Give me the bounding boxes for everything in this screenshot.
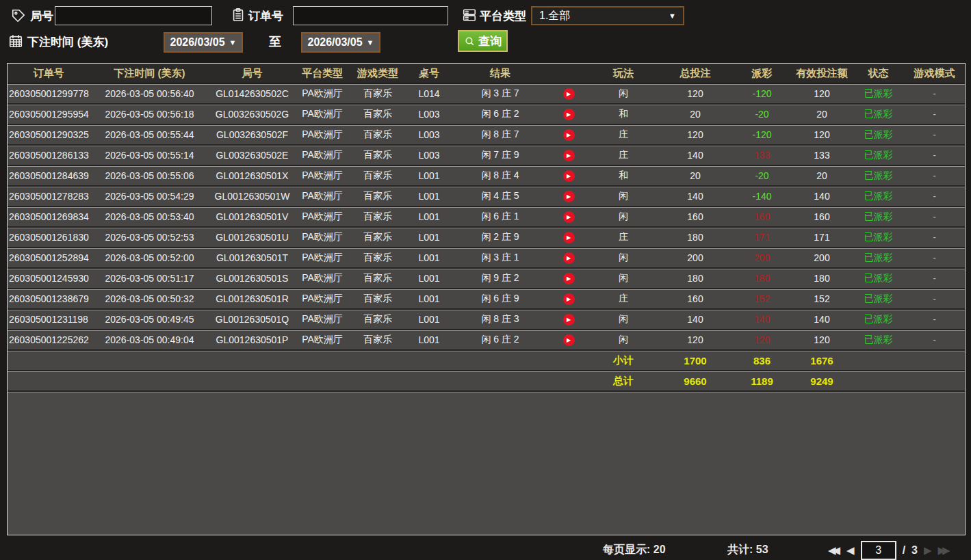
cell-order: 260305001245930 xyxy=(8,269,90,289)
cell-round: GL0142630502C xyxy=(209,84,295,105)
cell-order: 260305001290325 xyxy=(8,125,90,146)
cell-round: GL0012630501W xyxy=(209,187,295,207)
date-from-value: 2026/03/05 xyxy=(170,36,225,49)
cell-valid_bet: 180 xyxy=(791,269,853,289)
per-page-label: 每页显示: 20 xyxy=(603,543,666,557)
cell-valid_bet: 20 xyxy=(791,166,853,187)
col-game-type: 游戏类型 xyxy=(350,64,406,84)
cell-status: 已派彩 xyxy=(853,105,904,125)
cell-time: 2026-03-05 00:54:29 xyxy=(90,187,209,207)
cell-status: 已派彩 xyxy=(853,228,904,248)
cell-round: GL0012630501T xyxy=(209,248,295,269)
col-video xyxy=(548,64,589,84)
play-video-icon[interactable]: ▶ xyxy=(563,273,575,284)
cell-game: 百家乐 xyxy=(350,330,406,351)
play-video-icon[interactable]: ▶ xyxy=(563,88,575,100)
cell-mode: - xyxy=(904,269,965,289)
cell-play: 庄 xyxy=(589,228,658,248)
cell-payout: 133 xyxy=(733,146,791,166)
cell-result: 闲 2 庄 9 xyxy=(452,228,548,248)
platform-type-select[interactable]: 1.全部 ▼ xyxy=(531,6,684,25)
cell-time: 2026-03-05 00:56:40 xyxy=(90,84,209,105)
cell-order: 260305001299778 xyxy=(8,84,90,105)
cell-game: 百家乐 xyxy=(350,248,406,269)
page-number-input[interactable] xyxy=(861,541,896,560)
cell-platform: PA欧洲厅 xyxy=(295,166,350,187)
table-row: 2603050012252622026-03-05 00:49:04GL0012… xyxy=(8,330,965,351)
date-from-picker[interactable]: 2026/03/05 ▼ xyxy=(164,32,243,53)
play-video-icon[interactable]: ▶ xyxy=(563,170,575,182)
cell-payout: -120 xyxy=(733,84,791,105)
cell-result: 闲 6 庄 2 xyxy=(452,330,548,351)
cell-result: 闲 9 庄 2 xyxy=(452,269,548,289)
cell-round: GL0012630501Q xyxy=(209,310,295,330)
cell-status: 已派彩 xyxy=(853,125,904,146)
play-video-icon[interactable]: ▶ xyxy=(563,293,575,305)
cell-round: GL0012630501R xyxy=(209,289,295,310)
chevron-down-icon: ▼ xyxy=(367,38,374,46)
table-row: 2603050012528942026-03-05 00:52:00GL0012… xyxy=(8,248,965,269)
cell-total_bet: 20 xyxy=(658,166,733,187)
order-number-input[interactable] xyxy=(293,6,448,25)
cell-time: 2026-03-05 00:56:18 xyxy=(90,105,209,125)
grand-total-row: 总计 9660 1189 9249 xyxy=(8,371,965,392)
pagination-bar: 每页显示: 20 共计: 53 ◀◀ ◀ / 3 ▶ ▶▶ xyxy=(0,539,971,560)
grand-total-label: 总计 xyxy=(589,371,658,392)
first-page-icon[interactable]: ◀◀ xyxy=(828,542,840,559)
round-number-input[interactable] xyxy=(55,6,212,25)
cell-result: 闲 6 庄 1 xyxy=(452,207,548,228)
search-button[interactable]: 查询 xyxy=(458,30,508,52)
play-video-icon[interactable]: ▶ xyxy=(563,232,575,243)
cell-time: 2026-03-05 00:55:44 xyxy=(90,125,209,146)
play-video-icon[interactable]: ▶ xyxy=(563,211,575,223)
cell-valid_bet: 152 xyxy=(791,289,853,310)
cell-status: 已派彩 xyxy=(853,207,904,228)
date-to-picker[interactable]: 2026/03/05 ▼ xyxy=(301,32,380,53)
play-video-icon[interactable]: ▶ xyxy=(563,109,575,120)
play-video-icon[interactable]: ▶ xyxy=(563,314,575,325)
cell-payout: 152 xyxy=(733,289,791,310)
cell-total_bet: 140 xyxy=(658,187,733,207)
last-page-icon[interactable]: ▶▶ xyxy=(938,542,950,559)
play-video-icon[interactable]: ▶ xyxy=(563,150,575,161)
total-pages-label: 3 xyxy=(911,544,918,557)
cell-platform: PA欧洲厅 xyxy=(295,84,350,105)
table-row: 2603050012698342026-03-05 00:53:40GL0012… xyxy=(8,207,965,228)
play-video-icon[interactable]: ▶ xyxy=(563,252,575,264)
cell-mode: - xyxy=(904,105,965,125)
play-video-icon[interactable]: ▶ xyxy=(563,129,575,141)
next-page-icon[interactable]: ▶ xyxy=(924,542,932,559)
cell-status: 已派彩 xyxy=(853,310,904,330)
bet-time-label: 下注时间 (美东) xyxy=(27,35,108,50)
cell-platform: PA欧洲厅 xyxy=(295,310,350,330)
cell-game: 百家乐 xyxy=(350,207,406,228)
cell-platform: PA欧洲厅 xyxy=(295,207,350,228)
cell-play: 闲 xyxy=(589,269,658,289)
cell-status: 已派彩 xyxy=(853,248,904,269)
cell-status: 已派彩 xyxy=(853,146,904,166)
cell-payout: -20 xyxy=(733,166,791,187)
cell-time: 2026-03-05 00:49:04 xyxy=(90,330,209,351)
play-video-icon[interactable]: ▶ xyxy=(563,334,575,346)
cell-total_bet: 20 xyxy=(658,105,733,125)
cell-result: 闲 7 庄 9 xyxy=(452,146,548,166)
cell-game: 百家乐 xyxy=(350,187,406,207)
cell-table: L001 xyxy=(406,187,452,207)
cell-total_bet: 120 xyxy=(658,84,733,105)
cell-platform: PA欧洲厅 xyxy=(295,269,350,289)
table-row: 2603050012386792026-03-05 00:50:32GL0012… xyxy=(8,289,965,310)
cell-platform: PA欧洲厅 xyxy=(295,125,350,146)
table-row: 2603050012618302026-03-05 00:52:53GL0012… xyxy=(8,228,965,248)
play-video-icon[interactable]: ▶ xyxy=(563,191,575,202)
cell-order: 260305001269834 xyxy=(8,207,90,228)
tag-icon xyxy=(11,8,26,23)
cell-valid_bet: 160 xyxy=(791,207,853,228)
cell-total_bet: 140 xyxy=(658,310,733,330)
cell-play: 闲 xyxy=(589,187,658,207)
cell-payout: -140 xyxy=(733,187,791,207)
cell-total_bet: 140 xyxy=(658,146,733,166)
grand-total-valid-bet: 9249 xyxy=(791,371,853,392)
col-platform-type: 平台类型 xyxy=(295,64,350,84)
cell-play: 和 xyxy=(589,166,658,187)
prev-page-icon[interactable]: ◀ xyxy=(846,542,855,559)
